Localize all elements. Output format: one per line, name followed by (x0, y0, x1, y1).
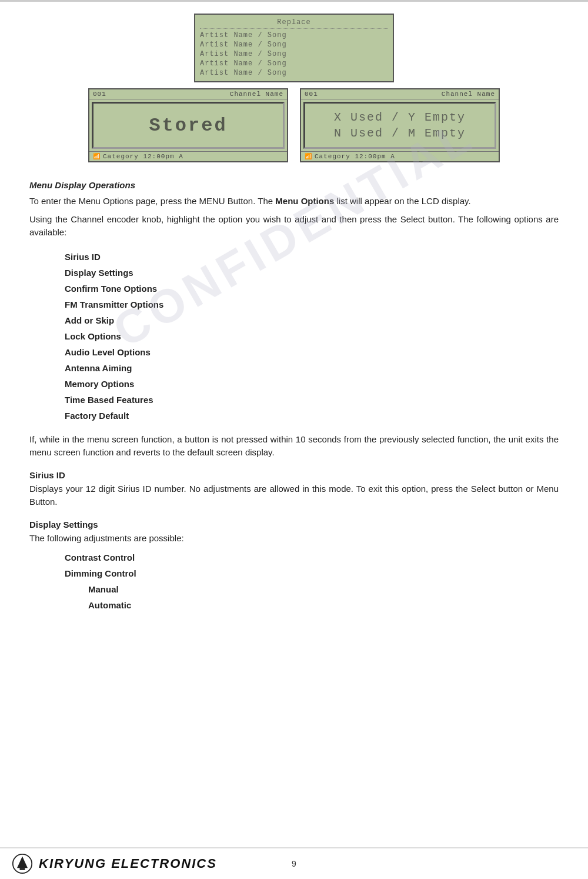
lcd-right-main: X Used / Y Empty N Used / M Empty (303, 102, 496, 149)
song-line-4: Artist Name / Song (200, 59, 388, 68)
lcd-right-text-line1: X Used / Y Empty (334, 111, 466, 124)
display-item-contrast: Contrast Control (65, 550, 559, 565)
footer-brand-text: KIRYUNG ELECTRONICS (39, 856, 217, 871)
menu-item-antenna-aiming: Antenna Aiming (65, 360, 559, 376)
sirius-id-para: Displays your 12 digit Sirius ID number.… (29, 482, 559, 509)
song-line-3: Artist Name / Song (200, 49, 388, 59)
song-line-1: Artist Name / Song (200, 31, 388, 40)
signal-icon-right: 📶 (305, 153, 312, 160)
lcd-display-left: 001 Channel Name Stored 📶 Category 12:00… (88, 88, 288, 162)
menu-item-sirius-id: Sirius ID (65, 249, 559, 265)
section-menu-display: Menu Display Operations To enter the Men… (29, 180, 559, 460)
lcd-section: Replace Artist Name / Song Artist Name /… (0, 2, 588, 168)
svg-marker-1 (17, 856, 28, 868)
lcd-left-channel-name: Channel Name (230, 91, 283, 98)
menu-items-list: Sirius ID Display Settings Confirm Tone … (65, 249, 559, 424)
svg-rect-2 (20, 868, 25, 870)
display-sub-list: Manual Automatic (88, 581, 559, 613)
lcd-right-bottom-text: Category 12:00pm A (315, 153, 395, 160)
menu-item-factory-default: Factory Default (65, 408, 559, 424)
lcd-display-right: 001 Channel Name X Used / Y Empty N Used… (300, 88, 500, 162)
menu-item-time-based: Time Based Features (65, 392, 559, 408)
display-settings-list: Contrast Control Dimming Control (65, 550, 559, 581)
lcd-left-main: Stored (92, 102, 285, 149)
menu-item-add-skip: Add or Skip (65, 312, 559, 328)
menu-display-para2: Using the Channel encoder knob, highligh… (29, 213, 559, 239)
footer: KIRYUNG ELECTRONICS 9 (0, 847, 588, 879)
menu-item-memory-options: Memory Options (65, 376, 559, 392)
menu-display-para1: To enter the Menu Options page, press th… (29, 195, 559, 208)
song-line-2: Artist Name / Song (200, 40, 388, 49)
lcd-right-channel-num: 001 (305, 91, 318, 98)
replace-screen: Replace Artist Name / Song Artist Name /… (194, 14, 394, 82)
menu-display-heading: Menu Display Operations (29, 180, 559, 190)
lcd-left-bottom-bar: 📶 Category 12:00pm A (89, 151, 287, 161)
menu-item-confirm-tone: Confirm Tone Options (65, 281, 559, 297)
footer-page-number: 9 (292, 859, 296, 868)
lcd-left-stored-text: Stored (149, 115, 227, 136)
lcd-right-bottom-bar: 📶 Category 12:00pm A (301, 151, 499, 161)
menu-display-para3: If, while in the menu screen function, a… (29, 433, 559, 460)
menu-options-bold: Menu Options (275, 196, 334, 206)
lcd-right-text-line2: N Used / M Empty (334, 126, 466, 140)
song-line-5: Artist Name / Song (200, 68, 388, 78)
menu-item-display-settings: Display Settings (65, 265, 559, 281)
menu-item-audio-level: Audio Level Options (65, 344, 559, 360)
signal-icon-left: 📶 (93, 153, 101, 160)
display-item-manual: Manual (88, 581, 559, 597)
display-item-automatic: Automatic (88, 597, 559, 613)
lcd-left-channel-num: 001 (93, 91, 106, 98)
main-content: Menu Display Operations To enter the Men… (0, 168, 588, 625)
section-sirius-id: Sirius ID Displays your 12 digit Sirius … (29, 470, 559, 509)
lcd-pair: 001 Channel Name Stored 📶 Category 12:00… (88, 88, 500, 162)
menu-item-lock-options: Lock Options (65, 328, 559, 344)
kiryung-logo-icon (12, 853, 33, 874)
section-display-settings: Display Settings The following adjustmen… (29, 520, 559, 614)
sirius-id-heading: Sirius ID (29, 470, 559, 480)
footer-logo: KIRYUNG ELECTRONICS (12, 853, 217, 874)
display-settings-heading: Display Settings (29, 520, 559, 530)
menu-item-fm-transmitter: FM Transmitter Options (65, 297, 559, 312)
lcd-left-top-bar: 001 Channel Name (89, 89, 287, 99)
lcd-right-top-bar: 001 Channel Name (301, 89, 499, 99)
lcd-left-bottom-text: Category 12:00pm A (103, 153, 183, 160)
replace-title: Replace (200, 18, 388, 29)
display-settings-intro: The following adjustments are possible: (29, 532, 559, 545)
display-item-dimming: Dimming Control (65, 565, 559, 581)
lcd-right-channel-name: Channel Name (442, 91, 495, 98)
